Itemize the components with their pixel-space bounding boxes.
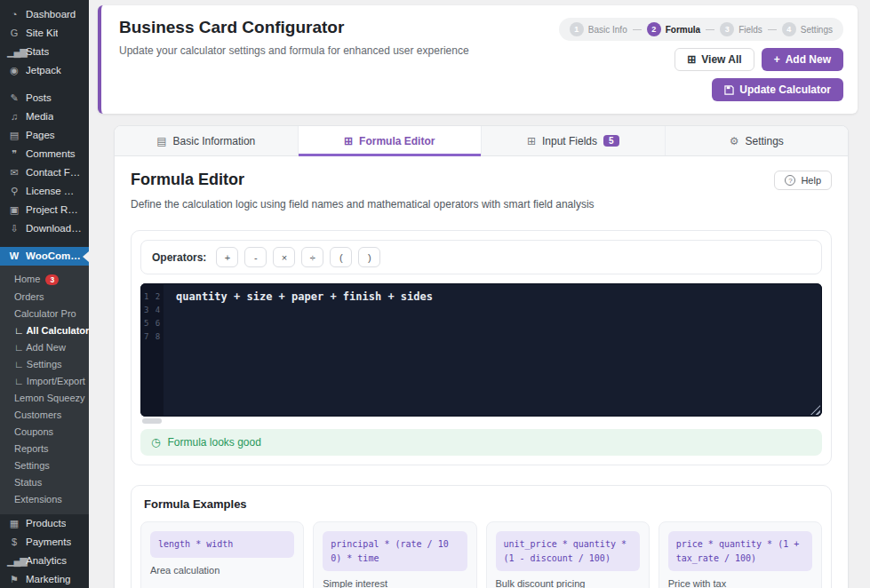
step-number: 1 <box>570 22 584 36</box>
sidebar-item-label: Products <box>26 517 66 530</box>
sidebar-item[interactable]: ⇩ Download Stats <box>0 219 89 238</box>
sidebar-subitem[interactable]: Customers <box>0 406 89 423</box>
site-kit-icon: G <box>7 27 20 40</box>
example-code: price * quantity * (1 + tax_rate / 100) <box>668 531 812 571</box>
sidebar-item-label: Comments <box>26 147 76 161</box>
wizard-step[interactable]: 4 Settings <box>782 22 833 36</box>
operator-button[interactable]: - <box>244 247 267 267</box>
operator-button[interactable]: × <box>273 247 295 267</box>
sidebar-item-label: Project Requests <box>26 203 82 217</box>
page-title: Business Card Configurator <box>119 18 469 37</box>
sidebar-item[interactable]: ❞ Comments <box>0 145 89 163</box>
media-icon: ♫ <box>7 110 20 123</box>
formula-code-editor[interactable]: 1 23 45 67 8 quantity + size + paper + f… <box>140 283 822 417</box>
status-text: Formula looks good <box>167 436 260 449</box>
sidebar-subitem[interactable]: Status <box>0 473 89 490</box>
step-label: Fields <box>738 25 762 35</box>
sidebar-subitem[interactable]: Orders <box>0 288 89 305</box>
sidebar-subitem[interactable]: Lemon Squeezy <box>0 389 89 406</box>
formula-editor-icon: ⊞ <box>344 135 353 147</box>
sidebar-item[interactable]: ▤ Pages <box>0 126 89 145</box>
download-stats-icon: ⇩ <box>7 222 20 235</box>
formula-example-card[interactable]: price * quantity * (1 + tax_rate / 100) … <box>658 521 822 588</box>
add-new-label: Add New <box>786 53 831 66</box>
editor-scrollbar-thumb[interactable] <box>142 418 162 424</box>
sidebar-item-label: WooCommerce <box>26 250 82 263</box>
sidebar-subitem[interactable]: Calculator Pro <box>0 305 89 322</box>
sidebar-item[interactable]: ▁▄▆ Stats <box>0 43 89 61</box>
sidebar-item[interactable]: ◔ Dashboard <box>0 5 89 24</box>
sidebar-subitem[interactable]: Extensions <box>0 490 89 507</box>
sidebar-item[interactable]: ⚲ License Manager <box>0 182 89 201</box>
sidebar-item-label: Analytics <box>26 554 67 568</box>
sidebar-item[interactable]: ✉ Contact Forms <box>0 163 89 182</box>
comments-icon: ❞ <box>7 147 20 161</box>
help-button[interactable]: ? Help <box>774 171 832 190</box>
step-label: Basic Info <box>588 25 627 35</box>
sidebar-top-group: ◔ Dashboard G Site Kit ▁▄▆ Stats ◉ <box>0 5 89 266</box>
sidebar-item[interactable]: ▣ Project Requests <box>0 201 89 219</box>
step-separator <box>768 29 777 30</box>
operator-button[interactable]: + <box>216 247 238 267</box>
examples-heading: Formula Examples <box>144 497 822 511</box>
sidebar-item[interactable]: W WooCommerce <box>0 247 89 266</box>
stats-icon: ▁▄▆ <box>7 45 20 59</box>
editor-tab[interactable]: ▤ Basic Information <box>115 126 299 155</box>
wizard-step[interactable]: 2 Formula <box>647 22 714 36</box>
sidebar-item[interactable]: ▦ Products <box>0 514 89 533</box>
sidebar-subitem[interactable]: Settings <box>0 457 89 473</box>
editor-tab[interactable]: ⚙ Settings <box>666 126 849 155</box>
posts-icon: ✎ <box>7 91 20 105</box>
sidebar-item-label: Posts <box>26 91 52 105</box>
sidebar-item[interactable]: ✎ Posts <box>0 89 89 107</box>
step-separator <box>633 29 642 30</box>
sidebar-item[interactable]: ▁▄▆ Analytics <box>0 552 89 570</box>
sidebar-subitem[interactable]: ∟ All Calculators <box>0 322 89 338</box>
operators-label: Operators: <box>152 251 206 264</box>
formula-example-card[interactable]: unit_price * quantity * (1 - discount / … <box>486 521 650 588</box>
document-icon: ▤ <box>156 135 166 147</box>
editor-tab[interactable]: ⊞ Formula Editor <box>299 126 483 155</box>
sidebar-item-label: Download Stats <box>26 222 82 235</box>
sidebar-subitem-label: ∟ Settings <box>14 359 62 369</box>
wizard-step[interactable]: 3 Fields <box>720 22 777 36</box>
sidebar-item[interactable]: ◉ Jetpack <box>0 61 89 80</box>
sidebar-item[interactable]: G Site Kit <box>0 24 89 43</box>
sidebar-subitem[interactable]: ∟ Add New <box>0 338 89 355</box>
formula-code-input[interactable]: quantity + size + paper + finish + sides <box>164 283 822 417</box>
step-number: 3 <box>720 22 734 36</box>
sidebar-item-label: Jetpack <box>26 64 61 77</box>
formula-example-card[interactable]: principal * (rate / 100) * time Simple i… <box>313 521 476 588</box>
woocommerce-submenu: Home 3 Orders Calculator Pro ∟ All Calcu… <box>0 266 89 514</box>
example-caption: Price with tax <box>668 578 812 588</box>
sidebar-subitem[interactable]: Home 3 <box>0 270 89 288</box>
operator-button[interactable]: ÷ <box>301 247 323 267</box>
operator-button[interactable]: ( <box>330 247 352 267</box>
example-code: principal * (rate / 100) * time <box>323 531 467 571</box>
jetpack-icon: ◉ <box>7 64 20 77</box>
sidebar-subitem[interactable]: Reports <box>0 440 89 457</box>
payments-icon: $ <box>7 536 20 549</box>
update-calculator-button[interactable]: Update Calculator <box>712 78 843 101</box>
sidebar-item[interactable]: ♫ Media <box>0 107 89 126</box>
formula-example-card[interactable]: length * width Area calculation <box>140 521 304 588</box>
operator-button[interactable]: ) <box>358 247 380 267</box>
sidebar-bottom-group: ▦ Products $ Payments ▁▄▆ Analytics ⚑ Ma… <box>0 514 89 588</box>
sidebar-subitem-label: ∟ Import/Export <box>14 376 85 386</box>
sidebar-subitem[interactable]: ∟ Import/Export <box>0 372 89 389</box>
sidebar-item[interactable]: ⚑ Marketing <box>0 570 89 588</box>
sidebar-subitem[interactable]: Coupons <box>0 423 89 440</box>
sidebar-subitem-label: Reports <box>14 443 49 454</box>
add-new-button[interactable]: + Add New <box>762 48 843 71</box>
sidebar-subitem[interactable]: ∟ Settings <box>0 355 89 372</box>
wizard-step[interactable]: 1 Basic Info <box>570 22 642 36</box>
sidebar-item[interactable]: $ Payments <box>0 533 89 552</box>
formula-editor-pane: Formula Editor ? Help Define the calcula… <box>115 156 848 588</box>
count-badge: 3 <box>45 274 59 285</box>
step-label: Settings <box>801 25 833 35</box>
line-number: 1 2 <box>144 290 161 304</box>
view-all-button[interactable]: ⊞ View All <box>674 48 754 71</box>
formula-validation-status: ◷ Formula looks good <box>140 429 822 456</box>
editor-tab[interactable]: ⊞ Input Fields 5 <box>482 126 666 155</box>
sidebar-item-label: Pages <box>26 129 55 142</box>
